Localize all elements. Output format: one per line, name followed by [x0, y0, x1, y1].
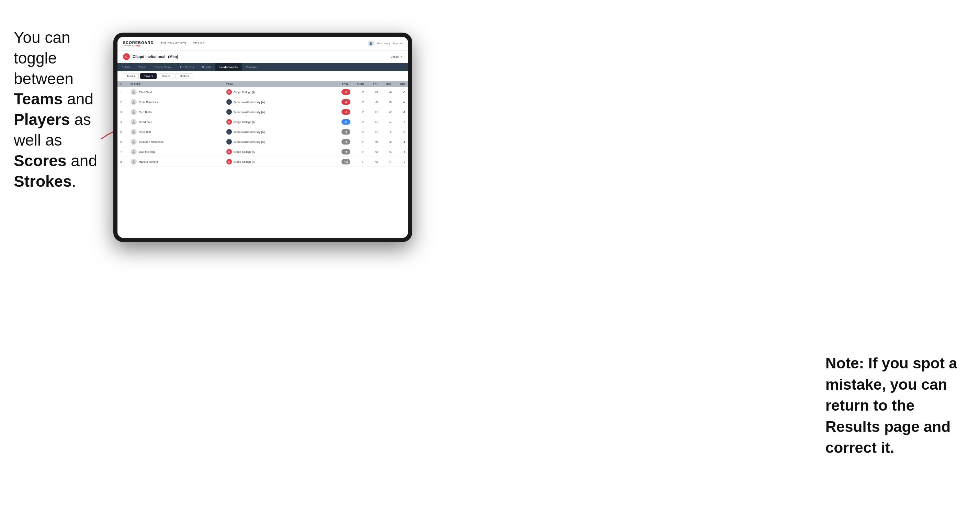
cell-rd2: E: [380, 127, 395, 137]
tab-teams[interactable]: Teams: [134, 63, 150, 71]
left-annotation: You can toggle between Teams and Players…: [14, 27, 113, 192]
nav-tournaments[interactable]: TOURNAMENTS: [161, 40, 186, 47]
col-rank: #: [118, 81, 128, 87]
col-thru: THRU: [353, 81, 367, 87]
cell-rd1: +3: [367, 87, 380, 97]
right-annotation: Note: If you spot a mistake, you can ret…: [826, 352, 963, 458]
cell-rd3: +2: [395, 157, 408, 167]
cell-team: ≡ Scoreboard University [A]: [224, 107, 332, 117]
cell-total: +6: [332, 147, 353, 157]
cell-thru: F: [353, 147, 367, 157]
cell-player: Rees Britt: [128, 127, 224, 137]
svg-point-8: [133, 160, 135, 162]
tournament-header: C Clippd Invitational (Men) Cancel ✕: [118, 51, 408, 63]
score-badge: -2: [341, 109, 350, 115]
cell-thru: F: [353, 97, 367, 107]
player-avatar: [130, 159, 137, 165]
team-name: Clippd College [A]: [234, 160, 256, 163]
table-row: 7 Blair McHarg C Clippd College [A] +6 F…: [118, 147, 408, 157]
svg-point-2: [133, 100, 135, 102]
cell-rd3: E: [395, 127, 408, 137]
cancel-button[interactable]: Cancel ✕: [391, 55, 402, 58]
cell-rd2: +5: [380, 97, 395, 107]
tab-details[interactable]: Details: [118, 63, 134, 71]
score-badge: -4: [341, 99, 350, 105]
nav-teams[interactable]: TEAMS: [193, 40, 205, 47]
toggle-teams[interactable]: Teams: [123, 73, 139, 79]
cell-team: ≡ Scoreboard University [A]: [224, 97, 332, 107]
cell-team: C Clippd College [A]: [224, 147, 332, 157]
toggle-bar: Teams Players Scores Strokes: [118, 71, 408, 81]
cell-player: David Ford: [128, 117, 224, 127]
col-rd1: RD1: [367, 81, 380, 87]
toggle-strokes[interactable]: Strokes: [175, 73, 192, 79]
svg-point-7: [133, 150, 135, 152]
team-logo: ≡: [226, 99, 232, 105]
cell-rank: 6: [118, 137, 128, 147]
player-avatar: [130, 139, 137, 145]
cell-rd1: +2: [367, 157, 380, 167]
cell-team: C Clippd College [A]: [224, 87, 332, 97]
cell-thru: F: [353, 127, 367, 137]
tab-printables[interactable]: Printables: [242, 63, 262, 71]
cell-total: E: [332, 117, 353, 127]
cell-rd3: +3: [395, 117, 408, 127]
player-name: David Ford: [139, 121, 152, 124]
sub-navigation: Details Teams Course Setup Tee Groups Re…: [118, 63, 408, 71]
cell-rd3: -1: [395, 107, 408, 117]
cell-thru: F: [353, 87, 367, 97]
cell-rank: 4: [118, 117, 128, 127]
cell-rank: 7: [118, 147, 128, 157]
app-header: SCOREBOARD Powered by clippd TOURNAMENTS…: [118, 37, 408, 51]
toggle-scores[interactable]: Scores: [158, 73, 174, 79]
team-logo: ≡: [226, 109, 232, 115]
cell-player: Elliot Ebert: [128, 87, 224, 97]
tab-results[interactable]: Results: [198, 63, 215, 71]
table-row: 3 Rich Butler ≡ Scoreboard University [A…: [118, 107, 408, 117]
cell-thru: F: [353, 107, 367, 117]
sign-out-link[interactable]: Sign out: [393, 42, 402, 45]
cell-rd3: -1: [395, 137, 408, 147]
score-badge: -8: [341, 89, 350, 95]
toggle-players[interactable]: Players: [140, 73, 157, 79]
cell-player: Marcus Turners: [128, 157, 224, 167]
tab-course-setup[interactable]: Course Setup: [150, 63, 175, 71]
svg-point-3: [133, 110, 135, 112]
table-row: 6 Cameron Robertson ≡ Scoreboard Univers…: [118, 137, 408, 147]
table-row: 4 David Ford C Clippd College [A] E F +1…: [118, 117, 408, 127]
player-name: Rees Britt: [139, 130, 151, 133]
cell-rank: 8: [118, 157, 128, 167]
cell-team: ≡ Scoreboard University [A]: [224, 137, 332, 147]
team-name: Scoreboard University [A]: [234, 111, 265, 114]
cell-rd2: +2: [380, 137, 395, 147]
col-player: PLAYER: [128, 81, 224, 87]
svg-point-1: [133, 90, 135, 92]
cell-team: C Clippd College [A]: [224, 157, 332, 167]
cell-total: +11: [332, 157, 353, 167]
team-logo: C: [226, 119, 232, 125]
main-nav: TOURNAMENTS TEAMS: [161, 40, 368, 47]
cell-rd1: -5: [367, 97, 380, 107]
team-logo: ≡: [226, 129, 232, 135]
team-logo: C: [226, 149, 232, 154]
leaderboard-table: # PLAYER TEAM TOTAL THRU RD1 RD2 RD3 1: [118, 81, 408, 238]
cell-total: +1: [332, 127, 353, 137]
tab-leaderboards[interactable]: Leaderboards: [215, 63, 242, 71]
cell-rank: 1: [118, 87, 128, 97]
team-logo: C: [226, 89, 232, 95]
table-row: 1 Elliot Ebert C Clippd College [A] -8 F…: [118, 87, 408, 97]
cell-rd2: -4: [380, 117, 395, 127]
col-total: TOTAL: [332, 81, 353, 87]
cell-thru: F: [353, 137, 367, 147]
cell-rd2: -6: [380, 87, 395, 97]
player-name: Chris Robertson: [139, 101, 159, 104]
team-name: Clippd College [A]: [234, 150, 256, 154]
cell-rd2: +7: [380, 157, 395, 167]
cell-total: -8: [332, 87, 353, 97]
team-name: Clippd College [A]: [234, 121, 256, 124]
tournament-name: Clippd Invitational: [133, 55, 165, 59]
cell-rd1: +1: [367, 117, 380, 127]
svg-point-5: [133, 130, 135, 132]
tab-tee-groups[interactable]: Tee Groups: [175, 63, 198, 71]
cell-rd1: +5: [367, 137, 380, 147]
